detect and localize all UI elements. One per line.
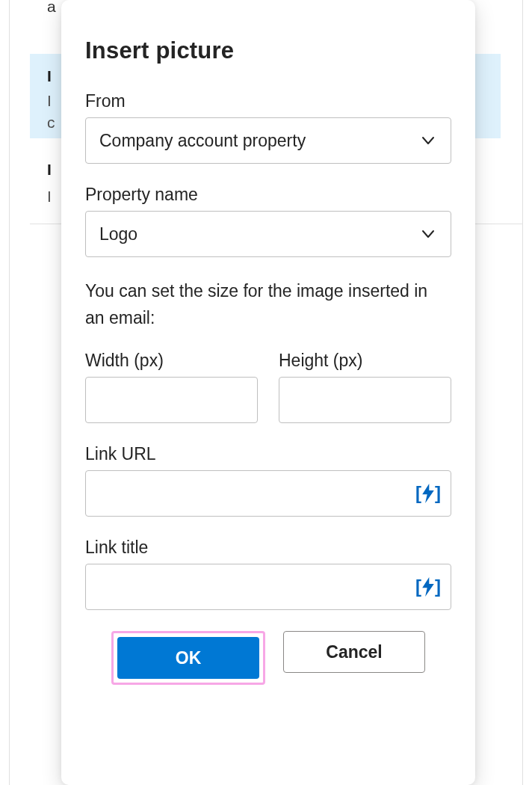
bg-item-subtitle-b: c [47, 114, 55, 132]
chevron-down-icon [419, 225, 437, 243]
bg-item-title: I [47, 67, 52, 85]
from-select[interactable]: Company account property [85, 117, 451, 164]
cancel-button[interactable]: Cancel [283, 631, 425, 673]
modal-button-row: OK Cancel [85, 631, 451, 685]
left-border-line [9, 0, 10, 785]
property-name-label: Property name [85, 185, 451, 205]
dynamic-content-icon[interactable]: [] [412, 477, 445, 510]
from-select-value: Company account property [99, 131, 419, 151]
link-url-input[interactable] [86, 471, 412, 516]
from-label: From [85, 91, 451, 111]
bg-item-subtitle-2: I [47, 188, 52, 206]
size-inputs-row: Width (px) Height (px) [85, 351, 451, 423]
link-url-field: [] [85, 470, 451, 517]
dynamic-content-icon[interactable]: [] [412, 570, 445, 603]
svg-marker-1 [422, 577, 434, 597]
size-help-text: You can set the size for the image inser… [85, 278, 451, 331]
right-border-line [522, 0, 523, 785]
bg-item-subtitle: I [47, 92, 52, 110]
link-url-label: Link URL [85, 444, 451, 464]
chevron-down-icon [419, 132, 437, 150]
property-name-select[interactable]: Logo [85, 211, 451, 257]
link-title-field: [] [85, 564, 451, 610]
bg-text-fragment: a [47, 0, 56, 16]
link-title-label: Link title [85, 538, 451, 558]
ok-button-highlight: OK [111, 631, 265, 685]
page-background: a I I c I I Insert picture From Company … [0, 0, 532, 785]
ok-button[interactable]: OK [117, 637, 259, 679]
modal-title: Insert picture [85, 37, 451, 64]
height-label: Height (px) [279, 351, 451, 371]
link-title-input[interactable] [86, 564, 412, 609]
bg-item-title-2: I [47, 161, 52, 179]
width-input[interactable] [85, 377, 258, 423]
property-name-value: Logo [99, 224, 419, 244]
width-label: Width (px) [85, 351, 258, 371]
svg-marker-0 [422, 484, 434, 503]
height-input[interactable] [279, 377, 451, 423]
insert-picture-modal: Insert picture From Company account prop… [61, 0, 475, 785]
